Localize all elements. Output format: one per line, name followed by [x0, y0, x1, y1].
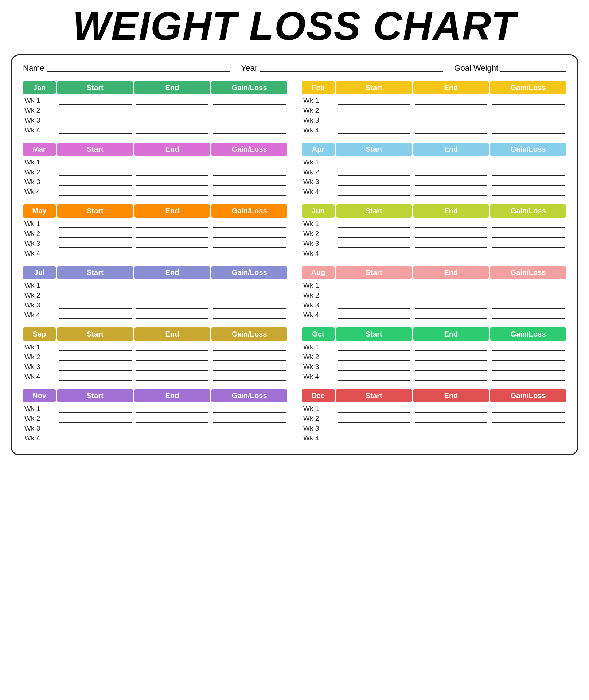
- week-input-line[interactable]: [492, 168, 565, 176]
- week-input-line[interactable]: [59, 363, 132, 371]
- week-input-line[interactable]: [213, 240, 286, 248]
- week-input-line[interactable]: [213, 220, 286, 228]
- week-input-line[interactable]: [59, 220, 132, 228]
- week-input-line[interactable]: [492, 178, 565, 186]
- week-input-line[interactable]: [338, 363, 410, 371]
- week-input-line[interactable]: [492, 106, 565, 114]
- week-input-line[interactable]: [59, 415, 132, 423]
- week-input-line[interactable]: [213, 168, 286, 176]
- week-input-line[interactable]: [136, 373, 209, 381]
- week-input-line[interactable]: [213, 106, 286, 114]
- week-input-line[interactable]: [136, 106, 209, 114]
- week-input-line[interactable]: [338, 220, 410, 228]
- week-input-line[interactable]: [136, 178, 209, 186]
- week-input-line[interactable]: [492, 415, 565, 423]
- week-input-line[interactable]: [415, 343, 488, 351]
- week-input-line[interactable]: [213, 415, 286, 423]
- week-input-line[interactable]: [492, 230, 565, 238]
- week-input-line[interactable]: [338, 291, 410, 299]
- week-input-line[interactable]: [136, 249, 209, 257]
- week-input-line[interactable]: [415, 97, 488, 105]
- week-input-line[interactable]: [415, 188, 488, 196]
- name-line[interactable]: [47, 71, 230, 72]
- week-input-line[interactable]: [338, 158, 410, 166]
- week-input-line[interactable]: [338, 281, 410, 289]
- week-input-line[interactable]: [213, 363, 286, 371]
- week-input-line[interactable]: [136, 301, 209, 309]
- week-input-line[interactable]: [338, 405, 410, 413]
- week-input-line[interactable]: [492, 301, 565, 309]
- week-input-line[interactable]: [338, 311, 410, 319]
- week-input-line[interactable]: [59, 434, 132, 442]
- week-input-line[interactable]: [415, 373, 488, 381]
- week-input-line[interactable]: [136, 220, 209, 228]
- week-input-line[interactable]: [213, 301, 286, 309]
- week-input-line[interactable]: [338, 353, 410, 361]
- week-input-line[interactable]: [213, 249, 286, 257]
- week-input-line[interactable]: [213, 178, 286, 186]
- week-input-line[interactable]: [136, 158, 209, 166]
- week-input-line[interactable]: [59, 240, 132, 248]
- week-input-line[interactable]: [338, 97, 410, 105]
- week-input-line[interactable]: [338, 168, 410, 176]
- week-input-line[interactable]: [415, 106, 488, 114]
- week-input-line[interactable]: [492, 126, 565, 134]
- week-input-line[interactable]: [338, 415, 410, 423]
- week-input-line[interactable]: [136, 415, 209, 423]
- week-input-line[interactable]: [492, 188, 565, 196]
- week-input-line[interactable]: [213, 434, 286, 442]
- week-input-line[interactable]: [213, 311, 286, 319]
- week-input-line[interactable]: [415, 249, 488, 257]
- week-input-line[interactable]: [136, 281, 209, 289]
- week-input-line[interactable]: [213, 373, 286, 381]
- week-input-line[interactable]: [59, 281, 132, 289]
- week-input-line[interactable]: [59, 230, 132, 238]
- week-input-line[interactable]: [213, 405, 286, 413]
- week-input-line[interactable]: [492, 249, 565, 257]
- week-input-line[interactable]: [492, 97, 565, 105]
- week-input-line[interactable]: [213, 424, 286, 432]
- week-input-line[interactable]: [492, 373, 565, 381]
- week-input-line[interactable]: [338, 434, 410, 442]
- week-input-line[interactable]: [415, 158, 488, 166]
- week-input-line[interactable]: [213, 281, 286, 289]
- week-input-line[interactable]: [59, 424, 132, 432]
- week-input-line[interactable]: [136, 230, 209, 238]
- week-input-line[interactable]: [59, 188, 132, 196]
- week-input-line[interactable]: [59, 353, 132, 361]
- week-input-line[interactable]: [492, 158, 565, 166]
- week-input-line[interactable]: [213, 116, 286, 124]
- week-input-line[interactable]: [492, 363, 565, 371]
- week-input-line[interactable]: [492, 434, 565, 442]
- week-input-line[interactable]: [492, 424, 565, 432]
- week-input-line[interactable]: [492, 311, 565, 319]
- week-input-line[interactable]: [136, 291, 209, 299]
- week-input-line[interactable]: [59, 405, 132, 413]
- week-input-line[interactable]: [59, 168, 132, 176]
- week-input-line[interactable]: [213, 97, 286, 105]
- week-input-line[interactable]: [136, 424, 209, 432]
- week-input-line[interactable]: [338, 106, 410, 114]
- week-input-line[interactable]: [136, 97, 209, 105]
- week-input-line[interactable]: [492, 291, 565, 299]
- week-input-line[interactable]: [213, 230, 286, 238]
- week-input-line[interactable]: [136, 126, 209, 134]
- week-input-line[interactable]: [213, 343, 286, 351]
- week-input-line[interactable]: [136, 343, 209, 351]
- week-input-line[interactable]: [59, 158, 132, 166]
- week-input-line[interactable]: [415, 415, 488, 423]
- year-line[interactable]: [260, 71, 443, 72]
- week-input-line[interactable]: [59, 116, 132, 124]
- week-input-line[interactable]: [213, 188, 286, 196]
- week-input-line[interactable]: [59, 106, 132, 114]
- week-input-line[interactable]: [136, 116, 209, 124]
- week-input-line[interactable]: [59, 249, 132, 257]
- week-input-line[interactable]: [136, 240, 209, 248]
- goal-line[interactable]: [500, 71, 566, 72]
- week-input-line[interactable]: [415, 168, 488, 176]
- week-input-line[interactable]: [338, 116, 410, 124]
- week-input-line[interactable]: [136, 353, 209, 361]
- week-input-line[interactable]: [59, 178, 132, 186]
- week-input-line[interactable]: [415, 301, 488, 309]
- week-input-line[interactable]: [59, 301, 132, 309]
